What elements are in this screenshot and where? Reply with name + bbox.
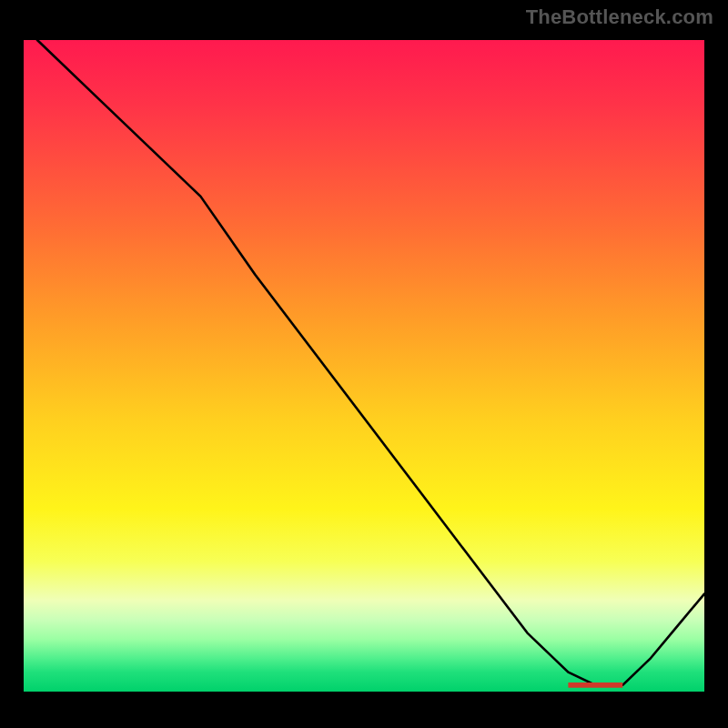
chart-frame	[18, 35, 710, 697]
watermark-text: TheBottleneck.com	[526, 5, 713, 29]
chart-gradient-background	[24, 40, 704, 692]
page-root: TheBottleneck.com	[0, 0, 728, 728]
chart-line-layer	[24, 40, 704, 692]
chart-curve	[37, 40, 704, 685]
